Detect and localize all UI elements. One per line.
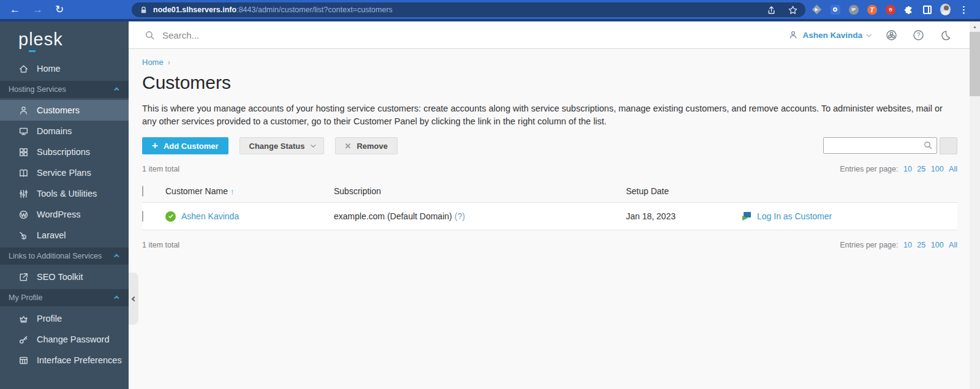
domains-icon [18,126,29,137]
chevron-down-icon [866,32,871,37]
sidebar-item-label: Laravel [37,230,66,240]
seo-toolkit-icon [18,272,29,282]
ip-lookup-extension-icon[interactable]: IP [848,4,859,15]
sidebar-item-label: Subscriptions [37,147,90,157]
sidebar-collapse-handle[interactable] [129,273,138,325]
add-customer-button[interactable]: + Add Customer [142,137,228,154]
scrollbar-thumb[interactable] [970,32,980,96]
sidebar-item-laravel[interactable]: Laravel [0,225,129,246]
customers-icon [18,105,29,116]
sidebar-item-label: Interface Preferences [37,355,122,365]
plesk-logo-text: plesk [18,29,63,49]
sidebar-item-home[interactable]: Home [0,58,129,79]
sidebar-item-service-plans[interactable]: Service Plans [0,162,129,183]
page-description: This is where you manage accounts of you… [142,102,957,128]
orange-t-extension-icon[interactable]: T [867,4,877,15]
table-header-row: Customer Name↑ Subscription Setup Date [142,179,957,203]
entries-25-link[interactable]: 25 [917,165,925,173]
header-subscription[interactable]: Subscription [334,186,626,196]
browser-edge-divider [0,19,980,21]
list-filter-input[interactable] [823,137,937,154]
sidebar-item-domains[interactable]: Domains [0,121,129,142]
select-all-checkbox[interactable] [142,186,143,197]
filter-search-icon[interactable] [923,140,933,153]
remove-button[interactable]: ✕ Remove [335,137,398,154]
chevron-down-icon [311,142,315,147]
section-label: My Profile [9,293,43,302]
sidebar-section-hosting-services[interactable]: Hosting Services [0,81,129,98]
page-title: Customers [142,72,957,93]
svg-text:?: ? [917,32,921,39]
plesk-logo[interactable]: plesk [0,21,129,58]
entries-100-link[interactable]: 100 [931,241,944,249]
filter-dropdown-button[interactable] [940,137,957,154]
change-status-button[interactable]: Change Status [239,137,324,154]
browser-menu-icon[interactable]: ⋮ [959,4,969,15]
browser-back-icon[interactable]: ← [10,4,20,15]
section-label: Hosting Services [9,85,66,94]
entries-10-link[interactable]: 10 [903,241,912,249]
entries-all-link[interactable]: All [949,165,957,173]
chevron-up-icon [114,295,119,300]
customer-name-link[interactable]: Ashen Kavinda [181,211,239,221]
lock-icon[interactable] [139,6,148,15]
share-icon[interactable] [766,5,777,15]
row-checkbox[interactable] [142,211,143,222]
page-scrollbar[interactable]: ▲ [970,21,980,389]
entries-25-link[interactable]: 25 [917,241,925,249]
scroll-up-icon[interactable]: ▲ [970,21,980,31]
section-label: Links to Additional Services [9,252,102,260]
list-meta-bottom: 1 item total Entries per page: 10 25 100… [142,241,957,249]
breadcrumb-separator-icon: › [168,58,170,67]
header-setup-date[interactable]: Setup Date [626,186,742,196]
entries-all-link[interactable]: All [949,241,957,249]
feedback-icon[interactable] [886,29,897,41]
sidebar-section-my-profile[interactable]: My Profile [0,289,129,306]
table-row: Ashen Kavinda example.com (Default Domai… [142,203,957,230]
profile-crown-icon [18,314,29,324]
items-total: 1 item total [142,241,179,249]
help-icon[interactable]: ? [913,29,924,41]
tag-assistant-extension-icon[interactable] [812,4,822,15]
sort-asc-icon: ↑ [230,187,235,196]
remove-label: Remove [356,142,388,151]
sidebar-item-change-password[interactable]: Change Password [0,329,129,350]
login-as-customer-link[interactable]: Log In as Customer [757,211,832,221]
side-panel-icon[interactable] [922,4,932,15]
sidebar-item-seo-toolkit[interactable]: SEO Toolkit [0,266,129,287]
sidebar-item-wordpress[interactable]: WordPress [0,204,129,225]
header-customer-name[interactable]: Customer Name↑ [165,186,334,196]
subscription-help-link[interactable]: (?) [454,211,465,221]
entries-100-link[interactable]: 100 [931,165,944,173]
entries-per-page: Entries per page: 10 25 100 All [840,165,957,173]
browser-profile-avatar[interactable] [940,4,951,15]
home-icon [18,64,29,74]
sidebar-item-tools-utilities[interactable]: Tools & Utilities [0,183,129,204]
adblock-hand-extension-icon[interactable] [885,4,895,15]
search-icon [145,30,155,40]
breadcrumb-home-link[interactable]: Home [142,58,164,67]
url-host: node01.slhservers.info [153,6,236,14]
subscription-cell: example.com (Default Domain)(?) [334,211,626,221]
browser-reload-icon[interactable]: ↻ [55,4,64,15]
browser-forward-icon[interactable]: → [32,4,43,15]
sidebar-item-profile[interactable]: Profile [0,308,129,329]
sidebar-item-interface-preferences[interactable]: Interface Preferences [0,350,129,371]
entries-10-link[interactable]: 10 [903,165,912,173]
blue-extension-icon[interactable] [830,4,840,15]
wordpress-icon [18,210,29,220]
sidebar-item-label: SEO Toolkit [37,272,83,282]
interface-preferences-icon [18,355,29,366]
global-search-input[interactable] [162,30,420,40]
bookmark-star-icon[interactable] [788,5,798,15]
sidebar-item-customers[interactable]: Customers [0,100,129,121]
user-menu[interactable]: Ashen Kavinda [788,30,870,40]
plesk-topbar: Ashen Kavinda ? [129,21,970,49]
sidebar-item-label: WordPress [37,210,80,219]
sidebar-item-subscriptions[interactable]: Subscriptions [0,142,129,162]
dark-mode-moon-icon[interactable] [940,29,951,41]
extensions-puzzle-icon[interactable] [903,4,914,15]
address-bar[interactable]: node01.slhservers.info:8443/admin/custom… [132,2,805,17]
sidebar-section-links-additional-services[interactable]: Links to Additional Services [0,247,129,265]
sidebar-item-label: Domains [37,126,72,136]
